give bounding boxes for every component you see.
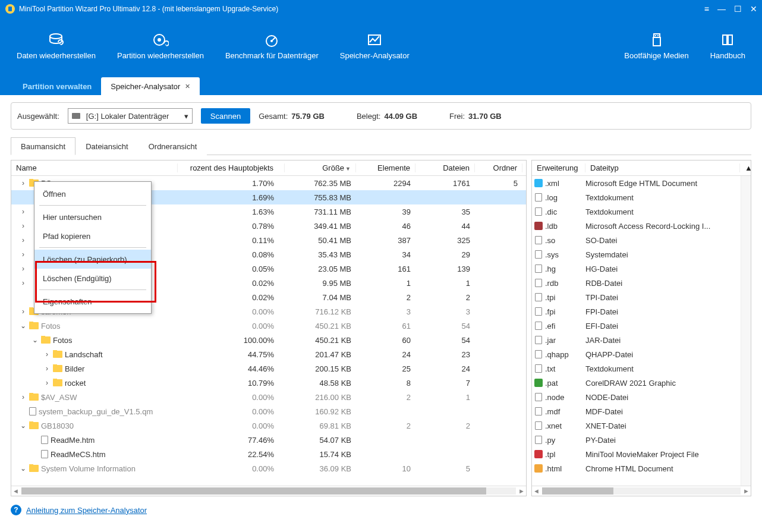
tree-row[interactable]: system_backup_gui_de_V1.5.qm0.00%160.92 … bbox=[11, 404, 526, 418]
minimize-icon[interactable]: — bbox=[717, 4, 726, 14]
tree-row[interactable]: ⌄System Volume Information0.00%36.09 KB1… bbox=[11, 461, 526, 476]
recover-partition-button[interactable]: Partition wiederherstellen bbox=[106, 32, 215, 60]
row-pct: 100.00% bbox=[178, 336, 285, 345]
col-filetype[interactable]: Dateityp bbox=[585, 163, 740, 172]
ext-row[interactable]: .efiEFI-Datei bbox=[532, 319, 741, 333]
row-size: 15.74 KB bbox=[285, 450, 356, 459]
ext-row[interactable]: .fpiFPI-Datei bbox=[532, 304, 741, 319]
expand-icon[interactable]: › bbox=[43, 379, 51, 387]
tree-panel: Name rozent des Hauptobjekts Größe▼ Elem… bbox=[11, 160, 527, 496]
ext-row[interactable]: .qhappQHAPP-Datei bbox=[532, 347, 741, 361]
ext-row[interactable]: .htmlChrome HTML Document bbox=[532, 461, 741, 476]
ext-row[interactable]: .patCorelDRAW 2021 Graphic bbox=[532, 376, 741, 390]
expand-icon[interactable]: › bbox=[20, 279, 27, 287]
expand-icon[interactable]: › bbox=[20, 393, 27, 401]
tree-row[interactable]: ›Bilder44.46%200.15 KB2524 bbox=[11, 361, 526, 376]
ext-name: .mdf bbox=[545, 407, 585, 416]
analyzer-button[interactable]: Speicher-Analysator bbox=[329, 32, 420, 60]
col-size[interactable]: Größe▼ bbox=[285, 163, 356, 172]
ext-row[interactable]: .jarJAR-Datei bbox=[532, 333, 741, 347]
close-icon[interactable]: ✕ bbox=[750, 4, 757, 14]
tree-row[interactable]: ›Landschaft44.75%201.47 KB2423 bbox=[11, 347, 526, 361]
row-size: 36.09 KB bbox=[285, 464, 356, 473]
tab-folderview[interactable]: Ordneransicht bbox=[138, 137, 207, 155]
tab-close-icon[interactable]: ✕ bbox=[185, 83, 190, 90]
row-pct: 0.00% bbox=[178, 421, 285, 430]
row-name: Landschaft bbox=[65, 350, 103, 359]
expand-icon[interactable]: › bbox=[20, 250, 27, 259]
col-percent[interactable]: rozent des Hauptobjekts bbox=[178, 163, 285, 172]
ctx-copy-path[interactable]: Pfad kopieren bbox=[34, 226, 151, 245]
recover-data-button[interactable]: Daten wiederherstellen bbox=[6, 32, 106, 60]
ctx-inspect[interactable]: Hier untersuchen bbox=[34, 207, 151, 226]
expand-icon[interactable]: › bbox=[20, 179, 27, 187]
ext-row[interactable]: .tpiTPI-Datei bbox=[532, 290, 741, 304]
ext-row[interactable]: .logTextdokument bbox=[532, 190, 741, 204]
ext-row[interactable]: .mdfMDF-Datei bbox=[532, 404, 741, 418]
tab-fileview[interactable]: Dateiansicht bbox=[75, 137, 138, 155]
maximize-icon[interactable]: ☐ bbox=[734, 4, 742, 14]
expand-icon[interactable]: › bbox=[20, 265, 27, 273]
tree-row[interactable]: ReadMe.htm77.46%54.07 KB bbox=[11, 433, 526, 447]
row-name: ReadMeCS.htm bbox=[51, 450, 105, 459]
col-files[interactable]: Dateien bbox=[415, 163, 475, 172]
ext-row[interactable]: .dicTextdokument bbox=[532, 204, 741, 219]
ext-row[interactable]: .txtTextdokument bbox=[532, 361, 741, 376]
col-folders[interactable]: Ordner bbox=[475, 163, 522, 172]
tree-row[interactable]: ⌄GB180300.00%69.81 KB22 bbox=[11, 418, 526, 433]
folder-icon bbox=[29, 394, 39, 401]
tab-analyzer[interactable]: Speicher-Analysator ✕ bbox=[101, 77, 200, 95]
handbook-button[interactable]: Handbuch bbox=[700, 32, 756, 60]
expand-icon[interactable]: › bbox=[20, 222, 27, 230]
ctx-properties[interactable]: Eigenschaften bbox=[34, 292, 151, 311]
tree-row[interactable]: ›$AV_ASW0.00%216.00 KB21 bbox=[11, 390, 526, 404]
row-size: 69.81 KB bbox=[285, 421, 356, 430]
tab-treeview[interactable]: Baumansicht bbox=[11, 137, 75, 155]
ext-hscroll[interactable]: ◄► bbox=[532, 486, 751, 496]
ext-row[interactable]: .nodeNODE-Datei bbox=[532, 390, 741, 404]
col-name[interactable]: Name bbox=[11, 163, 178, 172]
col-elements[interactable]: Elemente bbox=[356, 163, 415, 172]
benchmark-button[interactable]: Benchmark für Datenträger bbox=[215, 32, 329, 60]
menu-icon[interactable]: ≡ bbox=[704, 4, 709, 14]
tab-partition-manage[interactable]: Partition verwalten bbox=[13, 77, 101, 95]
ext-row[interactable]: .rdbRDB-Datei bbox=[532, 276, 741, 290]
ext-vscroll[interactable] bbox=[741, 176, 751, 486]
expand-icon[interactable]: ⌄ bbox=[20, 322, 27, 330]
help-icon[interactable]: ? bbox=[11, 505, 21, 515]
ext-row[interactable]: .xmlMicrosoft Edge HTML Document bbox=[532, 176, 741, 190]
expand-icon[interactable]: › bbox=[20, 236, 27, 244]
ext-row[interactable]: .soSO-Datei bbox=[532, 233, 741, 247]
help-link[interactable]: Anleitung zum Speicher-Analysator bbox=[26, 506, 147, 515]
tree-row[interactable]: ⌄Fotos100.00%450.21 KB6054 bbox=[11, 333, 526, 347]
expand-icon[interactable]: ⌄ bbox=[32, 336, 39, 344]
tree-hscroll[interactable]: ◄► bbox=[11, 486, 526, 496]
tree-row[interactable]: ›rocket10.79%48.58 KB87 bbox=[11, 376, 526, 390]
bootable-media-button[interactable]: Bootfähige Medien bbox=[613, 32, 699, 60]
col-extension[interactable]: Erweiterung bbox=[532, 163, 585, 172]
row-pct: 10.79% bbox=[178, 379, 285, 388]
expand-icon[interactable]: › bbox=[20, 207, 27, 216]
expand-icon[interactable]: ⌄ bbox=[20, 421, 27, 430]
ext-row[interactable]: .hgHG-Datei bbox=[532, 262, 741, 276]
expand-icon[interactable]: › bbox=[43, 364, 51, 373]
expand-icon[interactable]: › bbox=[20, 307, 27, 316]
total-label: Gesamt: bbox=[259, 112, 288, 121]
expand-icon[interactable]: › bbox=[43, 350, 51, 358]
ext-type: JAR-Datei bbox=[585, 336, 741, 345]
ext-row[interactable]: .tplMiniTool MovieMaker Project File bbox=[532, 447, 741, 461]
tree-row[interactable]: ⌄Fotos0.00%450.21 KB6154 bbox=[11, 319, 526, 333]
ext-row[interactable]: .sysSystemdatei bbox=[532, 247, 741, 262]
ext-row[interactable]: .xnetXNET-Datei bbox=[532, 418, 741, 433]
tree-row[interactable]: ReadMeCS.htm22.54%15.74 KB bbox=[11, 447, 526, 461]
row-size: 450.21 KB bbox=[285, 322, 356, 330]
ext-row[interactable]: .pyPY-Datei bbox=[532, 433, 741, 447]
ctx-delete-permanent[interactable]: Löschen (Endgültig) bbox=[34, 269, 151, 288]
expand-icon[interactable]: ⌄ bbox=[20, 464, 27, 473]
ext-name: .py bbox=[545, 436, 585, 445]
ctx-delete-recycle[interactable]: Löschen (zu Papierkorb) bbox=[34, 250, 151, 269]
ctx-open[interactable]: Öffnen bbox=[34, 184, 151, 203]
drive-select[interactable]: [G:] Lokaler Datenträger ▾ bbox=[68, 108, 193, 124]
scan-button[interactable]: Scannen bbox=[201, 108, 250, 124]
ext-row[interactable]: .ldbMicrosoft Access Record-Locking I... bbox=[532, 219, 741, 233]
